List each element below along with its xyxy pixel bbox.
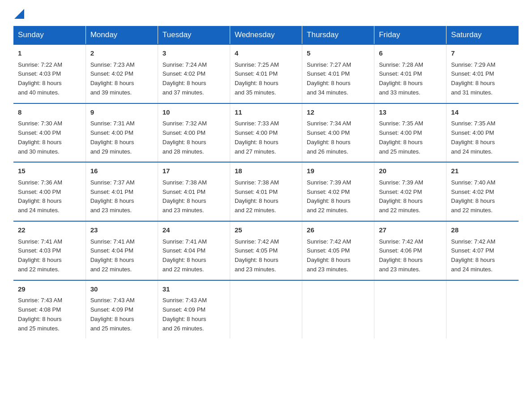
day-number: 30 bbox=[90, 284, 153, 295]
day-info: Sunrise: 7:30 AM Sunset: 4:00 PM Dayligh… bbox=[18, 119, 81, 156]
day-number: 14 bbox=[451, 107, 514, 118]
day-number: 25 bbox=[235, 225, 297, 235]
day-number: 11 bbox=[235, 107, 297, 118]
calendar-cell: 2 Sunrise: 7:23 AM Sunset: 4:02 PM Dayli… bbox=[86, 44, 158, 103]
day-info: Sunrise: 7:43 AM Sunset: 4:09 PM Dayligh… bbox=[163, 296, 225, 333]
day-number: 17 bbox=[163, 166, 225, 176]
day-number: 8 bbox=[18, 107, 81, 118]
week-row-3: 15 Sunrise: 7:36 AM Sunset: 4:00 PM Dayl… bbox=[13, 162, 519, 221]
day-info: Sunrise: 7:35 AM Sunset: 4:00 PM Dayligh… bbox=[451, 119, 514, 156]
week-row-4: 22 Sunrise: 7:41 AM Sunset: 4:03 PM Dayl… bbox=[13, 221, 519, 280]
header-day-tuesday: Tuesday bbox=[158, 26, 230, 44]
day-info: Sunrise: 7:39 AM Sunset: 4:02 PM Dayligh… bbox=[307, 178, 369, 215]
day-info: Sunrise: 7:22 AM Sunset: 4:03 PM Dayligh… bbox=[18, 60, 81, 98]
calendar-body: 1 Sunrise: 7:22 AM Sunset: 4:03 PM Dayli… bbox=[13, 44, 519, 338]
day-number: 22 bbox=[18, 225, 81, 235]
calendar-cell: 22 Sunrise: 7:41 AM Sunset: 4:03 PM Dayl… bbox=[13, 221, 86, 280]
day-info: Sunrise: 7:42 AM Sunset: 4:07 PM Dayligh… bbox=[451, 237, 514, 274]
day-number: 24 bbox=[163, 225, 225, 235]
day-info: Sunrise: 7:41 AM Sunset: 4:03 PM Dayligh… bbox=[18, 237, 81, 274]
logo bbox=[13, 9, 25, 19]
header-day-friday: Friday bbox=[374, 26, 446, 44]
calendar-cell: 30 Sunrise: 7:43 AM Sunset: 4:09 PM Dayl… bbox=[86, 280, 158, 339]
day-number: 2 bbox=[90, 48, 153, 59]
day-info: Sunrise: 7:23 AM Sunset: 4:02 PM Dayligh… bbox=[90, 60, 153, 98]
day-info: Sunrise: 7:28 AM Sunset: 4:01 PM Dayligh… bbox=[379, 60, 442, 98]
calendar-cell: 10 Sunrise: 7:32 AM Sunset: 4:00 PM Dayl… bbox=[158, 103, 230, 163]
logo-icon bbox=[14, 9, 24, 19]
day-number: 13 bbox=[379, 107, 442, 118]
header-day-monday: Monday bbox=[86, 26, 158, 44]
day-number: 26 bbox=[307, 225, 369, 235]
week-row-2: 8 Sunrise: 7:30 AM Sunset: 4:00 PM Dayli… bbox=[13, 103, 519, 163]
day-info: Sunrise: 7:42 AM Sunset: 4:05 PM Dayligh… bbox=[307, 237, 369, 274]
day-info: Sunrise: 7:42 AM Sunset: 4:06 PM Dayligh… bbox=[379, 237, 442, 274]
day-number: 27 bbox=[379, 225, 442, 235]
day-number: 23 bbox=[90, 225, 153, 235]
day-info: Sunrise: 7:39 AM Sunset: 4:02 PM Dayligh… bbox=[379, 178, 442, 215]
day-info: Sunrise: 7:35 AM Sunset: 4:00 PM Dayligh… bbox=[379, 119, 442, 156]
calendar-cell: 17 Sunrise: 7:38 AM Sunset: 4:01 PM Dayl… bbox=[158, 162, 230, 221]
calendar-cell: 24 Sunrise: 7:41 AM Sunset: 4:04 PM Dayl… bbox=[158, 221, 230, 280]
day-info: Sunrise: 7:37 AM Sunset: 4:01 PM Dayligh… bbox=[90, 178, 153, 215]
day-number: 9 bbox=[90, 107, 153, 118]
day-number: 10 bbox=[163, 107, 225, 118]
day-info: Sunrise: 7:34 AM Sunset: 4:00 PM Dayligh… bbox=[307, 119, 369, 156]
day-number: 31 bbox=[163, 284, 225, 295]
calendar-cell: 4 Sunrise: 7:25 AM Sunset: 4:01 PM Dayli… bbox=[230, 44, 302, 103]
day-info: Sunrise: 7:24 AM Sunset: 4:02 PM Dayligh… bbox=[163, 60, 225, 98]
day-number: 20 bbox=[379, 166, 442, 176]
header-day-sunday: Sunday bbox=[13, 26, 86, 44]
day-info: Sunrise: 7:29 AM Sunset: 4:01 PM Dayligh… bbox=[451, 60, 514, 98]
calendar-cell: 27 Sunrise: 7:42 AM Sunset: 4:06 PM Dayl… bbox=[374, 221, 446, 280]
calendar-cell: 11 Sunrise: 7:33 AM Sunset: 4:00 PM Dayl… bbox=[230, 103, 302, 163]
day-number: 28 bbox=[451, 225, 514, 235]
calendar-cell: 1 Sunrise: 7:22 AM Sunset: 4:03 PM Dayli… bbox=[13, 44, 86, 103]
day-info: Sunrise: 7:36 AM Sunset: 4:00 PM Dayligh… bbox=[18, 178, 81, 215]
calendar-cell: 15 Sunrise: 7:36 AM Sunset: 4:00 PM Dayl… bbox=[13, 162, 86, 221]
day-info: Sunrise: 7:43 AM Sunset: 4:08 PM Dayligh… bbox=[18, 296, 81, 333]
header-day-saturday: Saturday bbox=[446, 26, 519, 44]
day-number: 16 bbox=[90, 166, 153, 176]
calendar-cell: 21 Sunrise: 7:40 AM Sunset: 4:02 PM Dayl… bbox=[446, 162, 519, 221]
calendar-cell: 5 Sunrise: 7:27 AM Sunset: 4:01 PM Dayli… bbox=[302, 44, 374, 103]
calendar-cell: 29 Sunrise: 7:43 AM Sunset: 4:08 PM Dayl… bbox=[13, 280, 86, 339]
header-day-wednesday: Wednesday bbox=[230, 26, 302, 44]
calendar-cell: 31 Sunrise: 7:43 AM Sunset: 4:09 PM Dayl… bbox=[158, 280, 230, 339]
header-row: SundayMondayTuesdayWednesdayThursdayFrid… bbox=[13, 26, 519, 44]
day-info: Sunrise: 7:31 AM Sunset: 4:00 PM Dayligh… bbox=[90, 119, 153, 156]
day-number: 3 bbox=[163, 48, 225, 59]
calendar-cell: 13 Sunrise: 7:35 AM Sunset: 4:00 PM Dayl… bbox=[374, 103, 446, 163]
calendar-cell: 28 Sunrise: 7:42 AM Sunset: 4:07 PM Dayl… bbox=[446, 221, 519, 280]
svg-marker-0 bbox=[14, 9, 24, 19]
calendar-cell: 26 Sunrise: 7:42 AM Sunset: 4:05 PM Dayl… bbox=[302, 221, 374, 280]
day-number: 18 bbox=[235, 166, 297, 176]
calendar-cell bbox=[374, 280, 446, 339]
calendar-cell: 20 Sunrise: 7:39 AM Sunset: 4:02 PM Dayl… bbox=[374, 162, 446, 221]
day-info: Sunrise: 7:41 AM Sunset: 4:04 PM Dayligh… bbox=[90, 237, 153, 274]
calendar-cell: 19 Sunrise: 7:39 AM Sunset: 4:02 PM Dayl… bbox=[302, 162, 374, 221]
header-day-thursday: Thursday bbox=[302, 26, 374, 44]
calendar-cell bbox=[230, 280, 302, 339]
calendar-cell: 12 Sunrise: 7:34 AM Sunset: 4:00 PM Dayl… bbox=[302, 103, 374, 163]
calendar-cell bbox=[302, 280, 374, 339]
day-info: Sunrise: 7:38 AM Sunset: 4:01 PM Dayligh… bbox=[163, 178, 225, 215]
calendar-cell: 8 Sunrise: 7:30 AM Sunset: 4:00 PM Dayli… bbox=[13, 103, 86, 163]
day-number: 19 bbox=[307, 166, 369, 176]
calendar-table: SundayMondayTuesdayWednesdayThursdayFrid… bbox=[13, 26, 519, 338]
calendar-cell: 6 Sunrise: 7:28 AM Sunset: 4:01 PM Dayli… bbox=[374, 44, 446, 103]
day-number: 6 bbox=[379, 48, 442, 59]
week-row-1: 1 Sunrise: 7:22 AM Sunset: 4:03 PM Dayli… bbox=[13, 44, 519, 103]
day-info: Sunrise: 7:42 AM Sunset: 4:05 PM Dayligh… bbox=[235, 237, 297, 274]
calendar-cell: 3 Sunrise: 7:24 AM Sunset: 4:02 PM Dayli… bbox=[158, 44, 230, 103]
day-info: Sunrise: 7:41 AM Sunset: 4:04 PM Dayligh… bbox=[163, 237, 225, 274]
day-number: 7 bbox=[451, 48, 514, 59]
header bbox=[13, 9, 519, 19]
calendar-cell: 23 Sunrise: 7:41 AM Sunset: 4:04 PM Dayl… bbox=[86, 221, 158, 280]
day-number: 12 bbox=[307, 107, 369, 118]
calendar-cell: 25 Sunrise: 7:42 AM Sunset: 4:05 PM Dayl… bbox=[230, 221, 302, 280]
day-number: 15 bbox=[18, 166, 81, 176]
day-info: Sunrise: 7:33 AM Sunset: 4:00 PM Dayligh… bbox=[235, 119, 297, 156]
day-info: Sunrise: 7:32 AM Sunset: 4:00 PM Dayligh… bbox=[163, 119, 225, 156]
calendar-cell: 16 Sunrise: 7:37 AM Sunset: 4:01 PM Dayl… bbox=[86, 162, 158, 221]
